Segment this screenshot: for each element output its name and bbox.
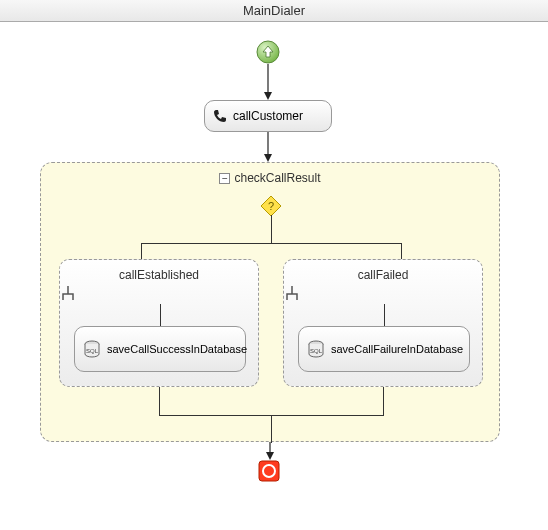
call-established-branch[interactable]: callEstablished SQL saveCallSuccessInDat…: [59, 259, 259, 387]
svg-marker-4: [264, 154, 272, 162]
diagram-canvas: callCustomer −checkCallResult ? callEsta…: [0, 22, 548, 530]
container-header: −checkCallResult: [41, 171, 499, 185]
container-label: checkCallResult: [234, 171, 320, 185]
save-success-action[interactable]: SQL saveCallSuccessInDatabase: [74, 326, 246, 372]
diagram-title: MainDialer: [243, 3, 305, 18]
fork-icon: [284, 286, 482, 302]
connector: [401, 243, 402, 259]
connector: [266, 442, 274, 460]
connector: [271, 215, 272, 243]
sql-icon: SQL: [307, 340, 325, 358]
svg-text:?: ?: [268, 200, 274, 212]
connector: [384, 304, 385, 328]
connector: [271, 415, 272, 443]
connector: [264, 64, 272, 100]
call-customer-action[interactable]: callCustomer: [204, 100, 332, 132]
start-node[interactable]: [256, 40, 280, 64]
svg-marker-12: [266, 452, 274, 460]
save-failure-action[interactable]: SQL saveCallFailureInDatabase: [298, 326, 470, 372]
sql-icon: SQL: [83, 340, 101, 358]
phone-icon: [213, 109, 227, 123]
connector: [264, 132, 272, 162]
decision-node[interactable]: ?: [260, 195, 282, 217]
svg-marker-2: [264, 92, 272, 100]
svg-text:SQL: SQL: [86, 348, 99, 354]
check-call-result-container[interactable]: −checkCallResult ? callEstablished: [40, 162, 500, 442]
svg-text:SQL: SQL: [310, 348, 323, 354]
connector: [383, 387, 384, 415]
connector: [159, 387, 160, 415]
action-label: callCustomer: [233, 109, 323, 123]
fork-icon: [60, 286, 258, 302]
call-failed-branch[interactable]: callFailed SQL saveCallFailureInDatabase: [283, 259, 483, 387]
connector: [141, 243, 142, 259]
title-bar: MainDialer: [0, 0, 548, 22]
end-node[interactable]: [258, 460, 280, 482]
collapse-icon[interactable]: −: [219, 173, 230, 184]
connector: [141, 243, 401, 244]
branch-label: callEstablished: [60, 260, 258, 282]
branch-label: callFailed: [284, 260, 482, 282]
inner-label: saveCallFailureInDatabase: [331, 343, 463, 356]
inner-label: saveCallSuccessInDatabase: [107, 343, 247, 356]
connector: [160, 304, 161, 328]
